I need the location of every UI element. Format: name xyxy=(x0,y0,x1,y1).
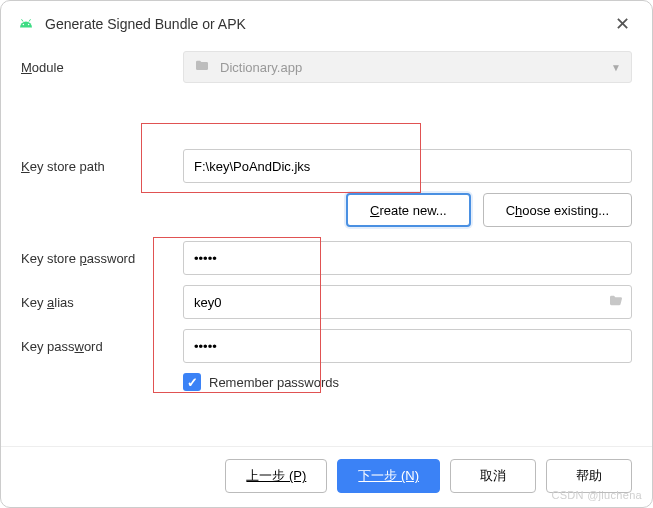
svg-point-1 xyxy=(28,23,30,25)
cancel-button[interactable]: 取消 xyxy=(450,459,536,493)
key-password-input[interactable] xyxy=(183,329,632,363)
folder-icon xyxy=(194,58,212,77)
chevron-down-icon: ▼ xyxy=(611,62,621,73)
svg-point-0 xyxy=(23,23,25,25)
module-select[interactable]: Dictionary.app ▼ xyxy=(183,51,632,83)
keystore-path-input[interactable] xyxy=(183,149,632,183)
remember-passwords-checkbox[interactable]: ✓ xyxy=(183,373,201,391)
keystore-path-label: Key store path xyxy=(21,159,183,174)
next-button[interactable]: 下一步 (N) xyxy=(337,459,440,493)
watermark-text: CSDN @jiuchena xyxy=(551,489,642,501)
android-icon xyxy=(17,17,35,32)
close-icon[interactable]: ✕ xyxy=(609,11,636,37)
module-label: Module xyxy=(21,60,183,75)
svg-line-2 xyxy=(22,19,24,21)
keystore-password-input[interactable] xyxy=(183,241,632,275)
previous-button[interactable]: 上一步 (P) xyxy=(225,459,327,493)
choose-existing-button[interactable]: Choose existing... xyxy=(483,193,632,227)
module-value: Dictionary.app xyxy=(220,60,302,75)
create-new-button[interactable]: Create new... xyxy=(346,193,471,227)
key-alias-input[interactable] xyxy=(183,285,632,319)
key-alias-label: Key alias xyxy=(21,295,183,310)
window-title: Generate Signed Bundle or APK xyxy=(45,16,599,32)
key-password-label: Key password xyxy=(21,339,183,354)
keystore-password-label: Key store password xyxy=(21,251,183,266)
svg-line-3 xyxy=(29,19,31,21)
folder-open-icon[interactable] xyxy=(608,293,624,312)
remember-passwords-label: Remember passwords xyxy=(209,375,339,390)
help-button[interactable]: 帮助 xyxy=(546,459,632,493)
